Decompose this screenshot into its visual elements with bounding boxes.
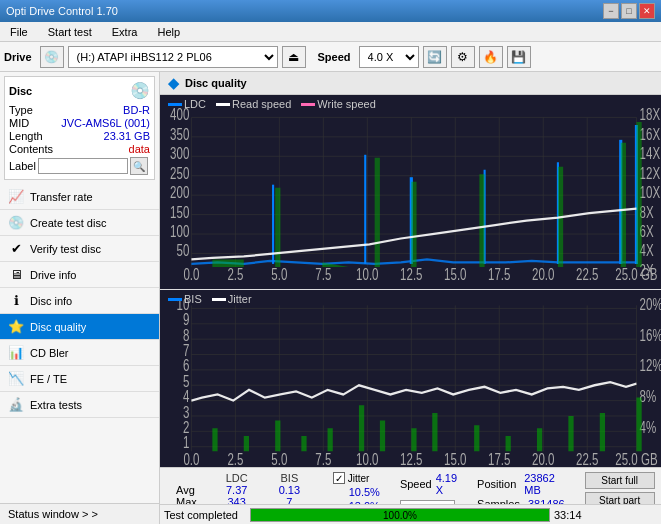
transfer-rate-label: Transfer rate bbox=[30, 191, 151, 203]
disc-mid-label: MID bbox=[9, 117, 29, 129]
disc-panel-label: Disc bbox=[9, 85, 32, 97]
app-title: Opti Drive Control 1.70 bbox=[6, 5, 118, 17]
svg-text:7.5: 7.5 bbox=[315, 450, 331, 467]
svg-text:12%: 12% bbox=[640, 357, 661, 376]
create-test-disc-label: Create test disc bbox=[30, 217, 151, 229]
sidebar-item-transfer-rate[interactable]: 📈 Transfer rate bbox=[0, 184, 159, 210]
sidebar-item-create-test-disc[interactable]: 💿 Create test disc bbox=[0, 210, 159, 236]
disc-label-row: Label 🔍 bbox=[9, 157, 150, 175]
disc-info-icon: ℹ bbox=[8, 293, 24, 308]
svg-text:0.0: 0.0 bbox=[183, 265, 199, 284]
avg-bis: 0.13 bbox=[266, 484, 313, 496]
jitter-checkbox[interactable]: ✓ bbox=[333, 472, 345, 484]
svg-text:250: 250 bbox=[170, 164, 189, 183]
disc-panel: Disc 💿 Type BD-R MID JVC-AMS6L (001) Len… bbox=[4, 76, 155, 180]
drive-select[interactable]: (H:) ATAPI iHBS112 2 PL06 bbox=[68, 46, 278, 68]
minimize-button[interactable]: − bbox=[603, 3, 619, 19]
svg-text:22.5: 22.5 bbox=[576, 265, 598, 284]
disc-mid-value: JVC-AMS6L (001) bbox=[61, 117, 150, 129]
menu-help[interactable]: Help bbox=[151, 24, 186, 40]
cd-bler-label: CD Bler bbox=[30, 347, 151, 359]
save-button[interactable]: 💾 bbox=[507, 46, 531, 68]
disc-quality-header-icon: ◆ bbox=[168, 75, 179, 91]
drive-info-icon: 🖥 bbox=[8, 267, 24, 282]
sidebar-item-disc-quality[interactable]: ⭐ Disc quality bbox=[0, 314, 159, 340]
cd-bler-icon: 📊 bbox=[8, 345, 24, 360]
svg-text:22.5: 22.5 bbox=[576, 450, 598, 467]
svg-text:4X: 4X bbox=[640, 241, 655, 260]
titlebar: Opti Drive Control 1.70 − □ ✕ bbox=[0, 0, 661, 22]
menu-file[interactable]: File bbox=[4, 24, 34, 40]
status-text: Test completed bbox=[164, 509, 238, 521]
menu-extra[interactable]: Extra bbox=[106, 24, 144, 40]
svg-text:12X: 12X bbox=[640, 164, 661, 183]
maximize-button[interactable]: □ bbox=[621, 3, 637, 19]
sidebar-item-cd-bler[interactable]: 📊 CD Bler bbox=[0, 340, 159, 366]
disc-mid-row: MID JVC-AMS6L (001) bbox=[9, 117, 150, 129]
legend-read-speed: Read speed bbox=[216, 98, 291, 110]
disc-type-row: Type BD-R bbox=[9, 104, 150, 116]
svg-text:12.5: 12.5 bbox=[400, 450, 422, 467]
svg-text:25.0 GB: 25.0 GB bbox=[615, 265, 657, 284]
close-button[interactable]: ✕ bbox=[639, 3, 655, 19]
svg-text:200: 200 bbox=[170, 183, 189, 202]
svg-text:15.0: 15.0 bbox=[444, 265, 466, 284]
svg-text:17.5: 17.5 bbox=[488, 265, 510, 284]
svg-text:5.0: 5.0 bbox=[271, 450, 287, 467]
eject-button[interactable]: ⏏ bbox=[282, 46, 306, 68]
svg-text:1: 1 bbox=[183, 433, 189, 452]
sidebar-item-fe-te[interactable]: 📉 FE / TE bbox=[0, 366, 159, 392]
verify-test-disc-label: Verify test disc bbox=[30, 243, 151, 255]
legend-ldc: LDC bbox=[168, 98, 206, 110]
svg-text:7.5: 7.5 bbox=[315, 265, 331, 284]
disc-quality-header: ◆ Disc quality bbox=[160, 72, 661, 95]
drive-info-label: Drive info bbox=[30, 269, 151, 281]
statusbar: Test completed 100.0% 33:14 bbox=[160, 504, 661, 524]
settings-button[interactable]: ⚙ bbox=[451, 46, 475, 68]
speed-select[interactable]: 4.0 X bbox=[359, 46, 419, 68]
position-value: 23862 MB bbox=[524, 472, 564, 496]
fe-te-icon: 📉 bbox=[8, 371, 24, 386]
window-controls: − □ ✕ bbox=[603, 3, 655, 19]
menu-start-test[interactable]: Start test bbox=[42, 24, 98, 40]
disc-contents-label: Contents bbox=[9, 143, 53, 155]
speed-label: Speed bbox=[318, 51, 351, 63]
status-window-button[interactable]: Status window > > bbox=[0, 503, 159, 524]
time-display: 33:14 bbox=[554, 509, 582, 521]
disc-contents-value: data bbox=[129, 143, 150, 155]
refresh-button[interactable]: 🔄 bbox=[423, 46, 447, 68]
svg-text:0.0: 0.0 bbox=[183, 450, 199, 467]
drive-icon-btn[interactable]: 💿 bbox=[40, 46, 64, 68]
disc-label-btn[interactable]: 🔍 bbox=[130, 157, 148, 175]
sidebar-item-drive-info[interactable]: 🖥 Drive info bbox=[0, 262, 159, 288]
svg-text:100: 100 bbox=[170, 222, 189, 241]
col-bis: BIS bbox=[266, 472, 313, 484]
disc-length-label: Length bbox=[9, 130, 43, 142]
jitter-label: Jitter bbox=[348, 473, 370, 484]
svg-text:25.0 GB: 25.0 GB bbox=[615, 450, 657, 467]
svg-text:17.5: 17.5 bbox=[488, 450, 510, 467]
svg-text:2.5: 2.5 bbox=[227, 265, 243, 284]
burn-button[interactable]: 🔥 bbox=[479, 46, 503, 68]
svg-text:6X: 6X bbox=[640, 222, 655, 241]
disc-length-row: Length 23.31 GB bbox=[9, 130, 150, 142]
disc-length-value: 23.31 GB bbox=[104, 130, 150, 142]
position-label: Position bbox=[477, 478, 516, 490]
progress-bar-container: 100.0% bbox=[250, 508, 550, 522]
status-window-label: Status window > > bbox=[8, 508, 98, 520]
speed-info-label: Speed bbox=[400, 478, 432, 490]
svg-text:300: 300 bbox=[170, 144, 189, 163]
start-full-button[interactable]: Start full bbox=[585, 472, 655, 489]
svg-text:5.0: 5.0 bbox=[271, 265, 287, 284]
extra-tests-icon: 🔬 bbox=[8, 397, 24, 412]
svg-text:10.0: 10.0 bbox=[356, 265, 378, 284]
disc-label-input[interactable] bbox=[38, 158, 128, 174]
sidebar-item-verify-test-disc[interactable]: ✔ Verify test disc bbox=[0, 236, 159, 262]
chart2-svg: 10 9 8 7 6 5 4 3 2 1 20% 16% 12% 8% 4% bbox=[160, 290, 661, 467]
sidebar-item-disc-info[interactable]: ℹ Disc info bbox=[0, 288, 159, 314]
legend-write-speed: Write speed bbox=[301, 98, 376, 110]
fe-te-label: FE / TE bbox=[30, 373, 151, 385]
create-test-disc-icon: 💿 bbox=[8, 215, 24, 230]
disc-quality-title: Disc quality bbox=[185, 77, 247, 89]
sidebar-item-extra-tests[interactable]: 🔬 Extra tests bbox=[0, 392, 159, 418]
